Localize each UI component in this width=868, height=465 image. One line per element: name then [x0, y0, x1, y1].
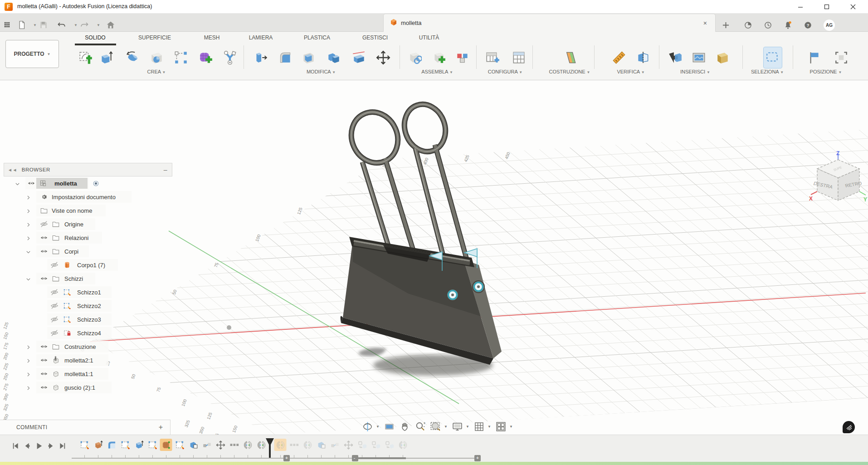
extrude-icon[interactable] — [97, 47, 115, 68]
orbit-dropdown-icon[interactable]: ▼ — [376, 425, 380, 429]
ribbon-tab-superficie[interactable]: SUPERFICIE — [138, 34, 171, 41]
ribbon-group-verifica[interactable]: VERIFICA ▼ — [617, 69, 644, 74]
eye-icon[interactable] — [40, 353, 49, 367]
browser-row[interactable]: Relazioni — [4, 231, 172, 245]
expand-down-icon[interactable] — [25, 245, 32, 258]
zoom-icon[interactable]: +- — [413, 420, 427, 433]
timeline-expand-badge-2[interactable]: + — [474, 455, 481, 461]
window-zoom-dropdown-icon[interactable]: ▼ — [444, 425, 449, 429]
joint-icon[interactable] — [429, 47, 448, 68]
timeline-tl-form[interactable] — [160, 439, 172, 451]
section-analysis-icon[interactable] — [634, 47, 652, 68]
shell-icon[interactable] — [299, 47, 317, 68]
press-pull-icon[interactable] — [251, 47, 269, 68]
eye-off-icon[interactable] — [50, 299, 59, 313]
timeline-tl-comp[interactable] — [383, 439, 395, 451]
generative-study-icon[interactable] — [221, 47, 239, 68]
browser-row[interactable]: Schizzo2 — [4, 299, 172, 313]
expand-right-icon[interactable] — [25, 353, 32, 367]
timeline-tl-joint[interactable] — [302, 439, 314, 451]
configuration-table-icon[interactable] — [483, 47, 502, 68]
ribbon-group-inserisci[interactable]: INSERISCI ▼ — [680, 69, 710, 74]
browser-row[interactable]: Schizzo3 — [4, 313, 172, 326]
browser-header[interactable]: ◄◄ BROWSER – — [4, 163, 172, 176]
browser-row-label[interactable]: Schizzo2 — [77, 299, 101, 313]
rigid-group-icon[interactable] — [454, 47, 472, 68]
activate-target-icon[interactable] — [92, 176, 101, 190]
notifications-bell-icon[interactable] — [782, 18, 794, 32]
history-clock-icon[interactable] — [762, 18, 774, 32]
ribbon-tab-gestisci[interactable]: GESTISCI — [362, 34, 388, 41]
browser-row[interactable]: Schizzo4 — [4, 326, 172, 340]
timeline-position-marker[interactable] — [265, 438, 275, 459]
eye-off-icon[interactable] — [50, 313, 59, 326]
timeline-tl-sketch[interactable] — [119, 439, 132, 451]
split-body-icon[interactable] — [350, 47, 368, 68]
undo-icon[interactable] — [55, 18, 68, 32]
timeline-tl-move[interactable] — [215, 439, 227, 451]
timeline-tl-joint[interactable] — [397, 439, 409, 451]
expand-right-icon[interactable] — [25, 217, 32, 231]
add-comment-icon[interactable]: + — [159, 423, 163, 431]
timeline-tl-pattern[interactable] — [288, 439, 300, 451]
ribbon-group-crea[interactable]: CREA ▼ — [147, 69, 166, 74]
timeline-tl-copy[interactable] — [187, 439, 200, 451]
eye-off-icon[interactable] — [40, 217, 49, 231]
maximize-button[interactable] — [816, 0, 837, 14]
ribbon-group-costruzione[interactable]: COSTRUZIONE ▼ — [549, 69, 590, 74]
file-icon[interactable] — [15, 18, 28, 32]
feedback-chat-icon[interactable] — [843, 421, 855, 433]
ribbon-tab-solido[interactable]: SOLIDO — [85, 34, 105, 41]
minimize-button[interactable] — [790, 0, 811, 14]
grid-settings-icon[interactable] — [472, 420, 486, 433]
ribbon-group-posizione[interactable]: POSIZIONE ▼ — [810, 69, 842, 74]
canvas-icon[interactable] — [690, 47, 708, 68]
save-icon[interactable] — [37, 18, 50, 32]
timeline-tl-joint[interactable] — [274, 439, 287, 451]
browser-row[interactable]: Corpi — [4, 245, 172, 258]
minimize-panel-icon[interactable]: – — [164, 166, 167, 173]
timeline-tl-joint[interactable] — [242, 439, 254, 451]
viewport-3d[interactable]: 0255075100125150325350375125150175200225… — [0, 80, 868, 462]
browser-row[interactable]: guscio (2):1 — [4, 381, 172, 394]
browser-row-label[interactable]: Relazioni — [64, 231, 88, 245]
tab-close-icon[interactable]: × — [703, 20, 707, 27]
browser-row[interactable]: Impostazioni documento — [4, 190, 172, 204]
browser-row-label[interactable]: molletta1:1 — [64, 367, 93, 381]
expand-right-icon[interactable] — [25, 367, 32, 381]
ribbon-group-modifica[interactable]: MODIFICA ▼ — [307, 69, 336, 74]
document-tab[interactable]: molletta × — [383, 14, 716, 32]
ribbon-group-assembla[interactable]: ASSEMBLA ▼ — [421, 69, 453, 74]
browser-row-label[interactable]: Schizzi — [64, 272, 83, 285]
expand-right-icon[interactable] — [25, 190, 32, 204]
ribbon-tab-utilità[interactable]: UTILITÀ — [419, 34, 439, 41]
comments-panel[interactable]: COMMENTI + — [0, 420, 171, 435]
browser-row[interactable]: Schizzo1 — [4, 285, 172, 299]
browser-row-label[interactable]: Viste con nome — [52, 204, 92, 217]
select-icon[interactable] — [764, 47, 782, 68]
browser-row-label[interactable]: guscio (2):1 — [64, 381, 95, 394]
close-button[interactable] — [843, 0, 863, 14]
timeline-expand-badge[interactable]: + — [283, 455, 290, 461]
hole-icon[interactable] — [147, 47, 166, 68]
look-at-icon[interactable] — [382, 420, 396, 433]
browser-row[interactable]: molletta2:1 — [4, 353, 172, 367]
browser-row[interactable]: Corpo1 (7) — [4, 258, 172, 272]
timeline-tl-fillet[interactable] — [106, 439, 118, 451]
view-cube[interactable]: Z X Y DESTRA RETRO SUPE — [809, 151, 868, 209]
eye-icon[interactable] — [40, 340, 49, 353]
configurations-icon[interactable] — [510, 47, 528, 68]
eye-icon[interactable] — [40, 231, 49, 245]
browser-row[interactable]: molletta — [4, 176, 172, 190]
gear-icon[interactable] — [40, 190, 49, 204]
browser-row-label[interactable]: Schizzo3 — [77, 313, 101, 326]
timeline-tl-sketch[interactable] — [78, 439, 91, 451]
step-back-button[interactable] — [22, 441, 33, 451]
expand-down-icon[interactable] — [25, 272, 32, 285]
expand-right-icon[interactable] — [25, 204, 32, 217]
timeline-tl-comp[interactable] — [370, 439, 382, 451]
grid-settings-dropdown-icon[interactable]: ▼ — [488, 425, 492, 429]
combine-icon[interactable] — [325, 47, 343, 68]
browser-row-label[interactable]: Costruzione — [64, 340, 96, 353]
pan-icon[interactable] — [398, 420, 411, 433]
